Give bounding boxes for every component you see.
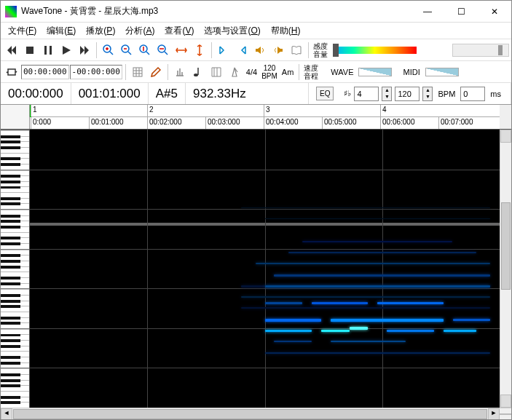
svg-rect-7 xyxy=(133,68,142,76)
loop-a-icon[interactable] xyxy=(215,41,232,59)
svg-rect-2 xyxy=(50,46,52,55)
energy-band xyxy=(265,285,491,288)
ffwd-button[interactable] xyxy=(76,41,93,59)
menu-help[interactable]: 帮助(H) xyxy=(267,23,305,39)
bar-tick: 3 xyxy=(266,106,270,114)
speaker-r-icon[interactable] xyxy=(269,41,287,59)
energy-band xyxy=(350,327,369,330)
time-start-field[interactable]: 00:00:000 xyxy=(21,65,69,79)
pause-button[interactable] xyxy=(39,41,57,59)
bar-tick: 4 xyxy=(382,106,387,114)
speed-pitch-label: 速度音程 xyxy=(302,64,320,80)
fit-height-icon[interactable] xyxy=(191,41,208,59)
spectrogram-view[interactable] xyxy=(30,130,500,408)
stop-button[interactable] xyxy=(21,41,39,59)
status-time-current: 00:00:000 xyxy=(1,83,71,104)
beats-input[interactable] xyxy=(354,87,379,101)
vertical-scrollbar[interactable] xyxy=(500,130,511,408)
close-button[interactable]: ✕ xyxy=(478,1,511,23)
energy-band xyxy=(265,352,491,354)
svg-rect-0 xyxy=(26,47,34,54)
energy-band xyxy=(321,330,350,332)
menu-options[interactable]: 选项与设置(O) xyxy=(200,23,264,39)
grid-icon[interactable] xyxy=(129,63,146,81)
rewind-button[interactable] xyxy=(3,41,20,59)
horizontal-scrollbar[interactable]: ◄► xyxy=(1,408,511,419)
maximize-button[interactable]: ☐ xyxy=(444,1,478,23)
bpm-display: 120BPM xyxy=(260,64,279,80)
status-note: A#5 xyxy=(149,83,186,104)
loop-b-icon[interactable] xyxy=(233,41,251,59)
zoom-out-v-icon[interactable] xyxy=(154,41,172,59)
menu-bar: 文件(F) 编辑(E) 播放(P) 分析(A) 查看(V) 选项与设置(O) 帮… xyxy=(1,23,511,39)
app-icon xyxy=(5,6,17,17)
energy-band xyxy=(288,252,476,253)
menu-analyze[interactable]: 分析(A) xyxy=(121,23,159,39)
book-icon[interactable] xyxy=(288,41,305,59)
volume-slider[interactable] xyxy=(452,44,509,57)
energy-band xyxy=(265,330,312,332)
energy-band xyxy=(444,330,476,332)
tuning-icon[interactable]: ♯♭ xyxy=(344,89,351,98)
energy-band xyxy=(241,207,490,208)
energy-band xyxy=(265,218,491,219)
status-time-total: 001:01:000 xyxy=(71,83,149,104)
zoom-in-v-icon[interactable] xyxy=(136,41,154,59)
time-tick: 00:02:000 xyxy=(149,118,182,126)
menu-file[interactable]: 文件(F) xyxy=(4,23,41,39)
bar-tick: 1 xyxy=(33,106,37,114)
time-end-field[interactable]: -00:00:000 xyxy=(70,65,122,79)
menu-view[interactable]: 查看(V) xyxy=(160,23,198,39)
sensitivity-label: 感度音量 xyxy=(312,42,329,58)
bpm-input[interactable] xyxy=(395,87,420,101)
menu-play[interactable]: 播放(P) xyxy=(82,23,119,39)
metronome-icon[interactable] xyxy=(226,63,243,81)
bar-tick: 2 xyxy=(149,106,154,114)
pencil-icon[interactable] xyxy=(147,63,165,81)
speaker-l-icon[interactable] xyxy=(251,41,269,59)
energy-band xyxy=(453,319,491,321)
energy-band xyxy=(331,319,444,322)
energy-band xyxy=(241,296,490,298)
time-tick: 00:06:000 xyxy=(382,118,415,126)
energy-band xyxy=(312,302,368,304)
midi-slider[interactable] xyxy=(425,68,459,76)
play-button[interactable] xyxy=(58,41,75,59)
sensitivity-slider[interactable] xyxy=(333,47,417,54)
energy-band xyxy=(274,341,312,342)
ms-label: ms xyxy=(490,90,501,98)
menu-edit[interactable]: 编辑(E) xyxy=(42,23,80,39)
wave-slider[interactable] xyxy=(358,68,392,76)
bpm-text: BPM xyxy=(438,90,455,98)
energy-band xyxy=(256,263,491,264)
midi-label: MIDI xyxy=(403,68,420,76)
energy-band xyxy=(274,274,490,277)
minimize-button[interactable]: — xyxy=(411,1,444,23)
fit-width-icon[interactable] xyxy=(173,41,190,59)
time-tick: 0:000 xyxy=(33,118,51,126)
energy-band xyxy=(387,330,434,332)
zoom-out-icon[interactable] xyxy=(118,41,135,59)
offset-input[interactable] xyxy=(460,87,485,101)
energy-band xyxy=(302,241,452,242)
note-icon[interactable] xyxy=(189,63,207,81)
measure-icon[interactable] xyxy=(171,63,189,81)
piano-ruler[interactable]: 1234567 xyxy=(1,130,30,408)
beats-spinner[interactable]: ▲▼ xyxy=(382,87,392,101)
time-tick: 00:01:000 xyxy=(91,118,124,126)
zoom-in-icon[interactable] xyxy=(100,41,117,59)
bpm-spinner[interactable]: ▲▼ xyxy=(422,87,433,101)
time-tick: 00:03:000 xyxy=(208,118,240,126)
svg-point-8 xyxy=(194,74,198,76)
energy-band xyxy=(265,319,321,322)
key-label: Am xyxy=(282,68,294,76)
time-tick: 00:07:000 xyxy=(441,118,473,126)
status-freq: 932.33Hz xyxy=(186,83,309,104)
time-ruler[interactable]: 1234 0:00000:01:00000:02:00000:03:00000:… xyxy=(30,105,500,129)
bars-icon[interactable] xyxy=(208,63,225,81)
eq-button[interactable]: EQ xyxy=(316,87,334,100)
energy-band xyxy=(265,302,303,304)
ruler-corner xyxy=(1,105,30,129)
loop-icon[interactable] xyxy=(3,63,20,81)
timesig-label: 4/4 xyxy=(246,68,257,76)
